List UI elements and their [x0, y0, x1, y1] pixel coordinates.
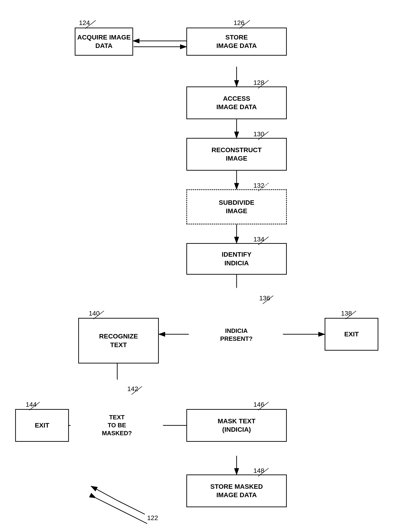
text-masked-node: TEXTTO BEMASKED?: [66, 375, 167, 476]
reconstruct-node: RECONSTRUCTIMAGE: [186, 138, 287, 171]
svg-line-29: [258, 468, 269, 476]
svg-line-23: [263, 296, 273, 304]
svg-line-17: [85, 20, 96, 29]
ref-line-126: [238, 19, 252, 31]
svg-line-24: [346, 311, 356, 319]
store-masked-label: STORE MASKEDIMAGE DATA: [210, 482, 263, 500]
reconstruct-label: RECONSTRUCTIMAGE: [212, 146, 262, 163]
recognize-node: RECOGNIZETEXT: [78, 318, 159, 363]
svg-line-31: [96, 498, 147, 524]
ref-line-124: [84, 19, 98, 31]
svg-line-19: [258, 80, 269, 88]
svg-line-28: [258, 402, 269, 410]
svg-line-21: [258, 183, 269, 191]
mask-text-node: MASK TEXT(INDICIA): [186, 409, 287, 442]
svg-line-22: [258, 237, 269, 245]
exit2-label: EXIT: [35, 421, 49, 430]
svg-line-27: [29, 402, 40, 410]
recognize-label: RECOGNIZETEXT: [99, 332, 138, 349]
ref-line-130: [257, 130, 271, 141]
identify-node: IDENTIFYINDICIA: [186, 243, 287, 275]
figure-ref-arrow: [82, 491, 156, 528]
acquire-label: ACQUIRE IMAGE DATA: [75, 33, 132, 50]
acquire-node: ACQUIRE IMAGE DATA: [75, 28, 133, 56]
svg-line-26: [131, 386, 142, 395]
exit1-node: EXIT: [325, 318, 378, 351]
ref-line-128: [257, 79, 271, 89]
subdivide-label: SUBDIVIDEIMAGE: [219, 198, 254, 215]
svg-line-18: [239, 20, 250, 29]
store-node: STOREIMAGE DATA: [186, 28, 287, 56]
ref-line-146: [257, 401, 271, 412]
text-masked-label: TEXTTO BEMASKED?: [102, 413, 132, 437]
flowchart-diagram: ACQUIRE IMAGE DATA 124 STOREIMAGE DATA 1…: [0, 0, 401, 532]
ref-line-142: [130, 385, 144, 396]
store-label: STOREIMAGE DATA: [216, 33, 257, 50]
identify-label: IDENTIFYINDICIA: [222, 250, 252, 267]
access-node: ACCESSIMAGE DATA: [186, 87, 287, 119]
indicia-present-label: INDICIAPRESENT?: [220, 327, 253, 343]
mask-text-label: MASK TEXT(INDICIA): [218, 417, 255, 434]
ref-line-140: [92, 310, 106, 320]
ref-line-132: [257, 182, 271, 192]
svg-line-20: [258, 132, 269, 140]
svg-line-25: [93, 311, 104, 319]
ref-line-134: [257, 236, 271, 246]
ref-line-148: [257, 467, 271, 478]
store-masked-node: STORE MASKEDIMAGE DATA: [186, 475, 287, 507]
access-label: ACCESSIMAGE DATA: [216, 95, 257, 112]
ref-line-136: [262, 295, 276, 305]
exit2-node: EXIT: [15, 409, 69, 442]
ref-line-138: [345, 310, 358, 320]
ref-line-144: [28, 401, 42, 412]
subdivide-node: SUBDIVIDEIMAGE: [186, 189, 287, 224]
exit1-label: EXIT: [344, 330, 359, 338]
